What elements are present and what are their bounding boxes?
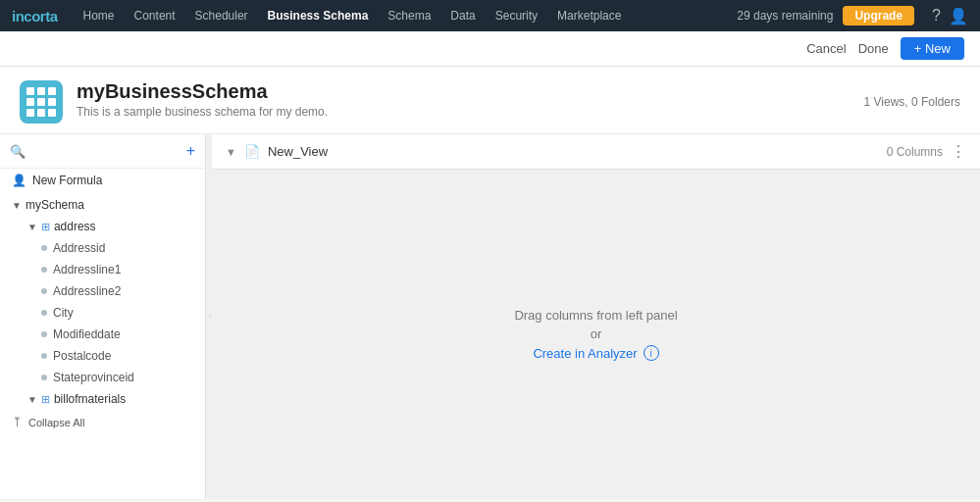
- search-icon: 🔍: [10, 144, 26, 159]
- column-label: Addressline1: [53, 263, 121, 276]
- user-icon[interactable]: 👤: [949, 7, 968, 25]
- search-bar: 🔍 +: [0, 134, 205, 169]
- address-table-node[interactable]: ▼ ⊞ address: [0, 216, 205, 237]
- new-formula-item[interactable]: 👤 New Formula: [0, 169, 205, 192]
- column-label: Postalcode: [53, 349, 111, 363]
- nav-home[interactable]: Home: [74, 0, 125, 31]
- person-icon: 👤: [12, 174, 26, 187]
- column-postalcode[interactable]: Postalcode: [0, 345, 205, 367]
- or-text: or: [514, 326, 677, 341]
- billofmaterials-table-node[interactable]: ▼ ⊞ billofmaterials: [0, 388, 205, 410]
- view-header: ▼ 📄 New_View 0 Columns ⋮: [212, 134, 980, 170]
- dot-icon: [41, 331, 47, 337]
- column-city[interactable]: City: [0, 302, 205, 324]
- view-chevron-icon[interactable]: ▼: [226, 146, 236, 158]
- table-icon: ⊞: [41, 221, 50, 233]
- dot-icon: [41, 267, 47, 273]
- table-icon: ⊞: [41, 393, 50, 406]
- bom-chevron-icon: ▼: [27, 394, 37, 405]
- column-addressid[interactable]: Addressid: [0, 237, 205, 259]
- nav-content[interactable]: Content: [125, 0, 185, 31]
- schema-description: This is a sample business schema for my …: [77, 105, 864, 119]
- schema-header: myBusinessSchema This is a sample busine…: [0, 67, 980, 134]
- new-button[interactable]: + New: [901, 37, 964, 60]
- schema-meta: 1 Views, 0 Folders: [864, 95, 961, 109]
- days-remaining: 29 days remaining: [737, 9, 833, 23]
- view-name-label: New_View: [268, 144, 328, 159]
- formula-label: New Formula: [32, 174, 102, 187]
- view-more-icon[interactable]: ⋮: [951, 142, 966, 161]
- schema-icon: [20, 80, 63, 124]
- column-addressline2[interactable]: Addressline2: [0, 280, 205, 302]
- left-panel-content: 👤 New Formula ▼ mySchema ▼ ⊞ address: [0, 169, 205, 499]
- nav-business-schema[interactable]: Business Schema: [258, 0, 379, 31]
- collapse-all-label: Collapse All: [28, 417, 84, 428]
- column-label: City: [53, 306, 74, 320]
- schema-tree: ▼ mySchema ▼ ⊞ address Addressid Address…: [0, 194, 205, 434]
- cancel-button[interactable]: Cancel: [806, 41, 846, 56]
- right-panel: ▼ 📄 New_View 0 Columns ⋮ Drag columns fr…: [212, 134, 980, 499]
- bom-table-label: billofmaterials: [54, 392, 126, 406]
- address-chevron-icon: ▼: [27, 222, 37, 232]
- dot-icon: [41, 245, 47, 251]
- help-icon[interactable]: ?: [932, 7, 941, 25]
- address-table-label: address: [54, 220, 96, 233]
- column-label: Addressline2: [53, 284, 121, 298]
- main-content: 🔍 + 👤 New Formula ▼ mySchema ▼ ⊞ ad: [0, 134, 980, 499]
- schema-chevron-icon: ▼: [12, 200, 22, 211]
- dot-icon: [41, 353, 47, 359]
- view-drop-zone: Drag columns from left panel or Create i…: [212, 170, 980, 499]
- column-label: Modifieddate: [53, 327, 121, 341]
- logo: incorta: [12, 8, 58, 25]
- create-analyzer-link[interactable]: Create in Analyzer i: [514, 345, 677, 361]
- search-input[interactable]: [31, 144, 181, 158]
- info-icon: i: [644, 345, 659, 361]
- collapse-icon: ⤒: [12, 415, 23, 429]
- nav-schema[interactable]: Schema: [378, 0, 440, 31]
- subheader-bar: Cancel Done + New: [0, 31, 980, 67]
- drop-zone-content: Drag columns from left panel or Create i…: [514, 308, 677, 361]
- column-label: Addressid: [53, 241, 105, 255]
- column-label: Stateprovinceid: [53, 371, 134, 384]
- column-stateprovinceid[interactable]: Stateprovinceid: [0, 367, 205, 388]
- nav-security[interactable]: Security: [486, 0, 547, 31]
- schema-title: myBusinessSchema: [77, 80, 864, 103]
- column-addressline1[interactable]: Addressline1: [0, 259, 205, 280]
- collapse-all-button[interactable]: ⤒ Collapse All: [0, 410, 205, 434]
- nav-data[interactable]: Data: [440, 0, 485, 31]
- schema-info: myBusinessSchema This is a sample busine…: [77, 80, 864, 119]
- drag-columns-text: Drag columns from left panel: [514, 308, 677, 323]
- nav-scheduler[interactable]: Scheduler: [185, 0, 258, 31]
- columns-count-label: 0 Columns: [887, 145, 943, 159]
- column-modifieddate[interactable]: Modifieddate: [0, 324, 205, 345]
- upgrade-button[interactable]: Upgrade: [843, 6, 914, 25]
- dot-icon: [41, 288, 47, 294]
- top-navigation: incorta Home Content Scheduler Business …: [0, 0, 980, 31]
- done-button[interactable]: Done: [858, 41, 889, 56]
- schema-node[interactable]: ▼ mySchema: [0, 194, 205, 216]
- left-panel: 🔍 + 👤 New Formula ▼ mySchema ▼ ⊞ ad: [0, 134, 206, 499]
- add-icon[interactable]: +: [186, 142, 195, 160]
- nav-marketplace[interactable]: Marketplace: [547, 0, 631, 31]
- dot-icon: [41, 375, 47, 380]
- schema-node-label: mySchema: [26, 198, 84, 212]
- view-file-icon: 📄: [244, 144, 260, 159]
- create-analyzer-label: Create in Analyzer: [533, 346, 637, 361]
- dot-icon: [41, 310, 47, 316]
